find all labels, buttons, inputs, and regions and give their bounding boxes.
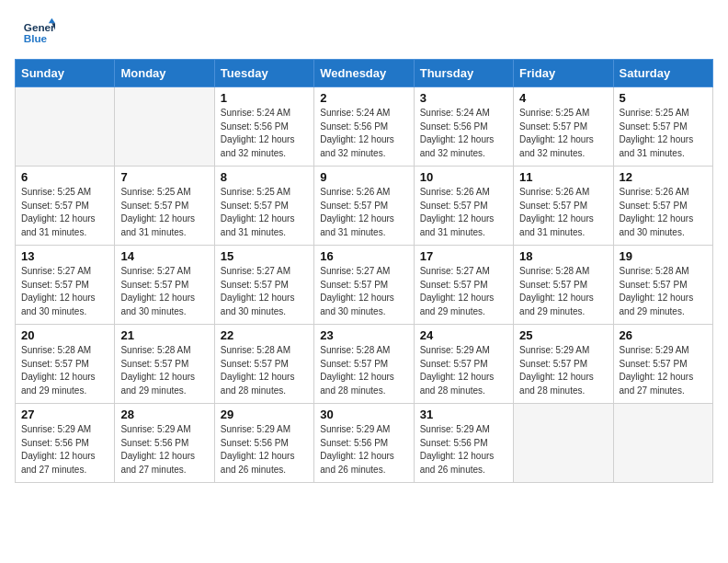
day-number: 26 (620, 328, 707, 342)
calendar-day-cell: 15Sunrise: 5:27 AM Sunset: 5:57 PM Dayli… (214, 246, 313, 325)
day-number: 3 (420, 91, 507, 105)
day-detail: Sunrise: 5:26 AM Sunset: 5:57 PM Dayligh… (320, 186, 407, 239)
weekday-header-friday: Friday (514, 60, 613, 87)
calendar-body: 1Sunrise: 5:24 AM Sunset: 5:56 PM Daylig… (16, 87, 713, 483)
calendar-day-cell: 5Sunrise: 5:25 AM Sunset: 5:57 PM Daylig… (613, 87, 712, 167)
day-number: 22 (221, 328, 308, 342)
calendar-day-cell: 14Sunrise: 5:27 AM Sunset: 5:57 PM Dayli… (115, 246, 214, 325)
day-number: 16 (320, 249, 407, 263)
calendar-day-cell: 22Sunrise: 5:28 AM Sunset: 5:57 PM Dayli… (214, 325, 313, 404)
weekday-header-thursday: Thursday (414, 60, 513, 87)
day-number: 14 (120, 249, 208, 263)
day-detail: Sunrise: 5:25 AM Sunset: 5:57 PM Dayligh… (21, 186, 108, 239)
calendar-day-cell: 8Sunrise: 5:25 AM Sunset: 5:57 PM Daylig… (214, 167, 313, 246)
svg-text:Blue: Blue (24, 32, 48, 44)
day-detail: Sunrise: 5:24 AM Sunset: 5:56 PM Dayligh… (420, 107, 507, 160)
day-detail: Sunrise: 5:27 AM Sunset: 5:57 PM Dayligh… (320, 265, 407, 318)
day-detail: Sunrise: 5:28 AM Sunset: 5:57 PM Dayligh… (519, 265, 607, 318)
calendar-day-cell: 17Sunrise: 5:27 AM Sunset: 5:57 PM Dayli… (414, 246, 513, 325)
day-detail: Sunrise: 5:29 AM Sunset: 5:56 PM Dayligh… (21, 423, 108, 477)
day-detail: Sunrise: 5:25 AM Sunset: 5:57 PM Dayligh… (120, 186, 208, 239)
day-number: 17 (420, 249, 507, 263)
day-number: 1 (221, 91, 308, 105)
day-detail: Sunrise: 5:28 AM Sunset: 5:57 PM Dayligh… (320, 344, 407, 397)
calendar-header: SundayMondayTuesdayWednesdayThursdayFrid… (16, 60, 713, 87)
calendar-day-cell: 29Sunrise: 5:29 AM Sunset: 5:56 PM Dayli… (214, 404, 313, 483)
calendar-day-cell: 26Sunrise: 5:29 AM Sunset: 5:57 PM Dayli… (613, 325, 712, 404)
calendar-day-cell: 6Sunrise: 5:25 AM Sunset: 5:57 PM Daylig… (16, 167, 115, 246)
day-detail: Sunrise: 5:28 AM Sunset: 5:57 PM Dayligh… (620, 265, 707, 318)
day-detail: Sunrise: 5:29 AM Sunset: 5:56 PM Dayligh… (420, 423, 507, 477)
weekday-header-sunday: Sunday (16, 60, 115, 87)
calendar-day-cell: 30Sunrise: 5:29 AM Sunset: 5:56 PM Dayli… (314, 404, 414, 483)
day-number: 15 (221, 249, 308, 263)
calendar-day-cell: 4Sunrise: 5:25 AM Sunset: 5:57 PM Daylig… (514, 87, 613, 167)
calendar-week-row: 6Sunrise: 5:25 AM Sunset: 5:57 PM Daylig… (16, 167, 713, 246)
calendar-day-cell: 31Sunrise: 5:29 AM Sunset: 5:56 PM Dayli… (414, 404, 513, 483)
day-number: 31 (420, 408, 507, 421)
day-detail: Sunrise: 5:24 AM Sunset: 5:56 PM Dayligh… (320, 107, 407, 160)
calendar-day-cell (613, 404, 712, 483)
weekday-header-wednesday: Wednesday (314, 60, 414, 87)
day-number: 9 (320, 170, 407, 184)
day-detail: Sunrise: 5:25 AM Sunset: 5:57 PM Dayligh… (620, 107, 707, 160)
day-number: 23 (320, 328, 407, 342)
calendar-week-row: 27Sunrise: 5:29 AM Sunset: 5:56 PM Dayli… (16, 404, 713, 483)
calendar-day-cell: 9Sunrise: 5:26 AM Sunset: 5:57 PM Daylig… (314, 167, 414, 246)
calendar-day-cell: 24Sunrise: 5:29 AM Sunset: 5:57 PM Dayli… (414, 325, 513, 404)
calendar-day-cell: 12Sunrise: 5:26 AM Sunset: 5:57 PM Dayli… (613, 167, 712, 246)
calendar-container: SundayMondayTuesdayWednesdayThursdayFrid… (0, 59, 728, 498)
page-header: General Blue (0, 0, 728, 59)
weekday-header-row: SundayMondayTuesdayWednesdayThursdayFrid… (16, 60, 713, 87)
day-detail: Sunrise: 5:29 AM Sunset: 5:57 PM Dayligh… (519, 344, 607, 397)
day-detail: Sunrise: 5:25 AM Sunset: 5:57 PM Dayligh… (519, 107, 607, 160)
calendar-day-cell: 20Sunrise: 5:28 AM Sunset: 5:57 PM Dayli… (16, 325, 115, 404)
day-detail: Sunrise: 5:29 AM Sunset: 5:57 PM Dayligh… (620, 344, 707, 397)
calendar-day-cell: 3Sunrise: 5:24 AM Sunset: 5:56 PM Daylig… (414, 87, 513, 167)
day-number: 2 (320, 91, 407, 105)
logo-icon: General Blue (22, 17, 55, 50)
day-number: 19 (620, 249, 707, 263)
day-detail: Sunrise: 5:24 AM Sunset: 5:56 PM Dayligh… (221, 107, 308, 160)
day-number: 8 (221, 170, 308, 184)
day-number: 27 (21, 408, 108, 421)
day-number: 18 (519, 249, 607, 263)
day-detail: Sunrise: 5:27 AM Sunset: 5:57 PM Dayligh… (21, 265, 108, 318)
day-number: 21 (120, 328, 208, 342)
day-number: 13 (21, 249, 108, 263)
calendar-day-cell: 10Sunrise: 5:26 AM Sunset: 5:57 PM Dayli… (414, 167, 513, 246)
day-number: 6 (21, 170, 108, 184)
day-number: 24 (420, 328, 507, 342)
calendar-day-cell: 13Sunrise: 5:27 AM Sunset: 5:57 PM Dayli… (16, 246, 115, 325)
day-number: 28 (120, 408, 208, 421)
day-detail: Sunrise: 5:29 AM Sunset: 5:56 PM Dayligh… (320, 423, 407, 477)
calendar-day-cell: 28Sunrise: 5:29 AM Sunset: 5:56 PM Dayli… (115, 404, 214, 483)
day-number: 29 (221, 408, 308, 421)
calendar-day-cell: 25Sunrise: 5:29 AM Sunset: 5:57 PM Dayli… (514, 325, 613, 404)
calendar-week-row: 1Sunrise: 5:24 AM Sunset: 5:56 PM Daylig… (16, 87, 713, 167)
day-detail: Sunrise: 5:29 AM Sunset: 5:56 PM Dayligh… (120, 423, 208, 477)
weekday-header-monday: Monday (115, 60, 214, 87)
calendar-day-cell: 7Sunrise: 5:25 AM Sunset: 5:57 PM Daylig… (115, 167, 214, 246)
day-detail: Sunrise: 5:26 AM Sunset: 5:57 PM Dayligh… (620, 186, 707, 239)
day-number: 11 (519, 170, 607, 184)
calendar-day-cell: 1Sunrise: 5:24 AM Sunset: 5:56 PM Daylig… (214, 87, 313, 167)
calendar-day-cell: 16Sunrise: 5:27 AM Sunset: 5:57 PM Dayli… (314, 246, 414, 325)
calendar-table: SundayMondayTuesdayWednesdayThursdayFrid… (15, 59, 713, 483)
day-number: 5 (620, 91, 707, 105)
weekday-header-tuesday: Tuesday (214, 60, 313, 87)
calendar-day-cell: 23Sunrise: 5:28 AM Sunset: 5:57 PM Dayli… (314, 325, 414, 404)
day-detail: Sunrise: 5:29 AM Sunset: 5:56 PM Dayligh… (221, 423, 308, 477)
day-number: 10 (420, 170, 507, 184)
day-number: 25 (519, 328, 607, 342)
calendar-day-cell: 27Sunrise: 5:29 AM Sunset: 5:56 PM Dayli… (16, 404, 115, 483)
calendar-day-cell: 18Sunrise: 5:28 AM Sunset: 5:57 PM Dayli… (514, 246, 613, 325)
day-detail: Sunrise: 5:28 AM Sunset: 5:57 PM Dayligh… (221, 344, 308, 397)
day-detail: Sunrise: 5:26 AM Sunset: 5:57 PM Dayligh… (420, 186, 507, 239)
calendar-day-cell (115, 87, 214, 167)
calendar-day-cell (16, 87, 115, 167)
day-detail: Sunrise: 5:29 AM Sunset: 5:57 PM Dayligh… (420, 344, 507, 397)
calendar-week-row: 13Sunrise: 5:27 AM Sunset: 5:57 PM Dayli… (16, 246, 713, 325)
day-detail: Sunrise: 5:28 AM Sunset: 5:57 PM Dayligh… (21, 344, 108, 397)
day-number: 7 (120, 170, 208, 184)
